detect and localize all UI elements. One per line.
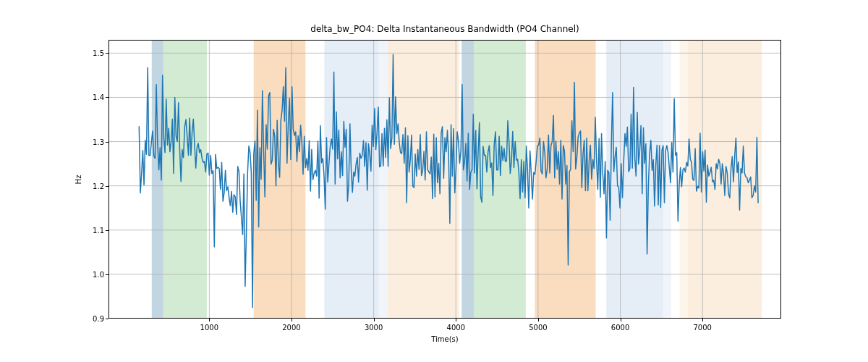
x-tick-label: 7000 xyxy=(694,324,712,332)
y-tick-mark xyxy=(106,53,109,54)
y-axis-label: Hz xyxy=(75,174,82,184)
x-tick-mark xyxy=(456,319,456,321)
y-tick-label: 0.9 xyxy=(82,315,104,323)
y-tick-label: 1.2 xyxy=(82,182,104,190)
y-tick-mark xyxy=(106,142,109,143)
x-tick-label: 6000 xyxy=(611,324,629,332)
y-tick-mark xyxy=(106,274,109,275)
x-tick-mark xyxy=(292,319,292,321)
spine-right xyxy=(780,40,781,319)
x-axis-label: Time(s) xyxy=(109,335,781,343)
figure: delta_bw_PO4: Delta Instantaneous Bandwi… xyxy=(0,0,868,362)
x-tick-mark xyxy=(374,319,375,321)
data-line xyxy=(109,40,781,319)
x-tick-label: 4000 xyxy=(447,324,465,332)
plot-area xyxy=(109,40,781,319)
x-tick-label: 1000 xyxy=(200,324,218,332)
x-tick-label: 5000 xyxy=(529,324,547,332)
spine-top xyxy=(109,40,781,41)
x-tick-mark xyxy=(209,319,210,321)
y-tick-mark xyxy=(106,230,109,231)
spine-left xyxy=(109,40,109,319)
y-tick-label: 1.1 xyxy=(82,226,104,234)
x-tick-label: 3000 xyxy=(365,324,383,332)
y-tick-mark xyxy=(106,97,109,98)
y-tick-label: 1.3 xyxy=(82,138,104,146)
y-tick-label: 1.5 xyxy=(82,49,104,57)
axes: delta_bw_PO4: Delta Instantaneous Bandwi… xyxy=(109,40,781,319)
x-tick-mark xyxy=(538,319,539,321)
chart-title: delta_bw_PO4: Delta Instantaneous Bandwi… xyxy=(109,24,781,34)
y-tick-label: 1.4 xyxy=(82,93,104,101)
y-tick-mark xyxy=(106,186,109,187)
x-tick-mark xyxy=(702,319,703,321)
x-tick-label: 2000 xyxy=(282,324,300,332)
y-tick-label: 1.0 xyxy=(82,270,104,278)
x-tick-mark xyxy=(621,319,621,321)
y-tick-mark xyxy=(106,319,109,319)
